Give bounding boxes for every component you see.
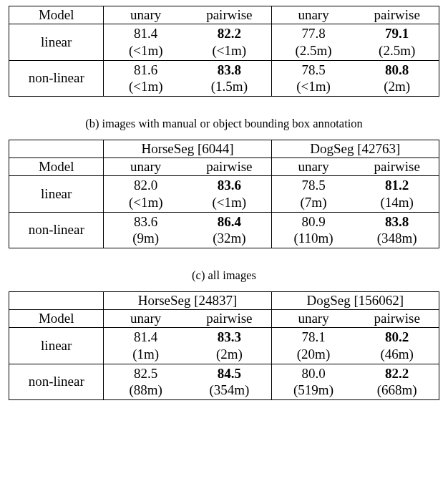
row-model: linear: [9, 328, 104, 364]
table-cell: 82.0(<1m): [104, 176, 188, 213]
header-model: Model: [9, 6, 104, 24]
blank-header: [9, 140, 104, 158]
row-model: non-linear: [9, 212, 104, 248]
dataset-header: DogSeg [156062]: [271, 292, 439, 310]
table-b: HorseSeg [6044] DogSeg [42763] Model una…: [9, 140, 439, 248]
col-pairwise: pairwise: [188, 6, 271, 24]
table-cell: 80.0(519m): [271, 364, 355, 400]
col-unary: unary: [271, 310, 355, 328]
table-cell: 81.6(<1m): [104, 60, 188, 97]
col-unary: unary: [104, 310, 188, 328]
col-pairwise: pairwise: [355, 6, 439, 24]
table-cell: 82.2(668m): [355, 364, 439, 400]
table-cell: 81.2(14m): [355, 176, 439, 213]
table-cell: 80.2(46m): [355, 328, 439, 364]
table-cell: 84.5(354m): [188, 364, 271, 400]
table-cell: 80.9(110m): [271, 212, 355, 248]
table-cell: 78.1(20m): [271, 328, 355, 364]
col-pairwise: pairwise: [188, 310, 271, 328]
table-cell: 81.4(1m): [104, 328, 188, 364]
table-cell: 83.3(2m): [188, 328, 271, 364]
table-cell: 80.8(2m): [355, 60, 439, 97]
dataset-header: HorseSeg [6044]: [104, 140, 271, 158]
dataset-header: DogSeg [42763]: [271, 140, 439, 158]
col-unary: unary: [104, 6, 188, 24]
row-model: non-linear: [9, 364, 104, 400]
col-unary: unary: [104, 158, 188, 176]
row-model: non-linear: [9, 60, 104, 97]
caption-b: (b) images with manual or object boundin…: [9, 117, 439, 131]
header-model: Model: [9, 310, 104, 328]
row-model: linear: [9, 176, 104, 213]
col-unary: unary: [271, 6, 355, 24]
table-a: Model unary pairwise unary pairwise line…: [9, 6, 439, 97]
table-cell: 83.6(<1m): [188, 176, 271, 213]
col-pairwise: pairwise: [355, 310, 439, 328]
col-pairwise: pairwise: [188, 158, 271, 176]
table-cell: 79.1(2.5m): [355, 24, 439, 61]
table-cell: 83.8(1.5m): [188, 60, 271, 97]
table-cell: 82.2(<1m): [188, 24, 271, 61]
table-cell: 82.5(88m): [104, 364, 188, 400]
table-cell: 78.5(<1m): [271, 60, 355, 97]
table-cell: 77.8(2.5m): [271, 24, 355, 61]
header-model: Model: [9, 158, 104, 176]
table-cell: 83.6(9m): [104, 212, 188, 248]
table-cell: 78.5(7m): [271, 176, 355, 213]
col-unary: unary: [271, 158, 355, 176]
blank-header: [9, 292, 104, 310]
table-c: HorseSeg [24837] DogSeg [156062] Model u…: [9, 291, 439, 400]
row-model: linear: [9, 24, 104, 61]
dataset-header: HorseSeg [24837]: [104, 292, 271, 310]
table-cell: 81.4(<1m): [104, 24, 188, 61]
col-pairwise: pairwise: [355, 158, 439, 176]
caption-c: (c) all images: [9, 268, 439, 283]
table-cell: 86.4(32m): [188, 212, 271, 248]
table-cell: 83.8(348m): [355, 212, 439, 248]
